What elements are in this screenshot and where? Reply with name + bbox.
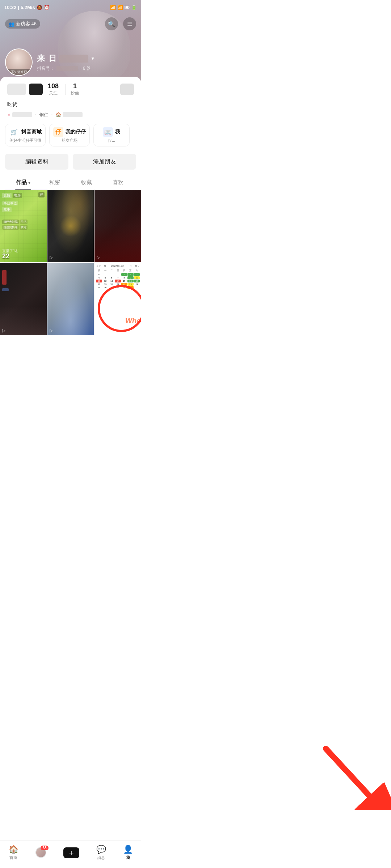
following-stat[interactable]: 108 关注 (48, 82, 59, 96)
name-blur (59, 55, 88, 63)
menu-button[interactable]: ☰ (123, 17, 136, 30)
tab-works[interactable]: 作品 ▾ (7, 175, 39, 190)
gender-icon: ♀ (7, 112, 11, 118)
stat-divider (65, 84, 66, 95)
tabs-row: 作品 ▾ 私密 收藏 喜欢 (5, 175, 136, 190)
friends-icon: 仔 (53, 127, 63, 137)
tag-work: 事业单位 (2, 201, 18, 205)
location-label: 铜仁 (39, 112, 48, 118)
status-bar: 10:22 | 5.2M/s 🔕 ⏰ 📶 📶 90 🔋 (0, 0, 141, 14)
signal-icon: 📶 (110, 5, 116, 10)
tab-dropdown-icon: ▾ (28, 180, 30, 185)
feature-shop-icon-row: 🛒 抖音商城 (9, 127, 42, 137)
alarm-icon: ⏰ (44, 5, 50, 10)
grid-num-1: 22 (2, 252, 9, 260)
hamburger-icon: ☰ (127, 21, 132, 27)
tag-blur (12, 112, 32, 117)
followers-stat[interactable]: 1 粉丝 (71, 82, 79, 96)
avatar[interactable]: 不知道来日 (5, 48, 33, 76)
feature-friends[interactable]: 仔 我的仔仔 朋友广场 (49, 124, 90, 146)
shop-title: 抖音商城 (21, 129, 42, 135)
cal-title: 2022年12月 (111, 264, 125, 268)
more-desc: 仅... (108, 138, 115, 143)
school-icon: 🏠 (56, 112, 61, 117)
calendar-header: ＜上一月 2022年12月 下一月＞ (96, 264, 140, 268)
no-disturb-icon: 🔕 (37, 5, 42, 10)
calendar-grid: 日 一 二 三 四 五 六 27 1 2 3 4 5 6 7 8 9 10 (96, 269, 140, 289)
status-right: 📶 📶 90 🔋 (110, 5, 137, 10)
tab-likes[interactable]: 喜欢 (102, 175, 134, 190)
profile-subtitle: 抖音号： · 6 器 (37, 65, 96, 72)
add-friend-button[interactable]: 添加朋友 (73, 154, 136, 170)
id-blur (56, 66, 78, 71)
tags-row: ♀ · 铜仁 · 🏠 (5, 110, 136, 121)
video-grid: 爱情 电影 事业单位 故事 日经典影视 图书 自然的情绪 萌宠 22 仔 直播了… (0, 190, 141, 335)
feature-more-icon-row: 📖 我 (103, 127, 120, 137)
search-button[interactable]: 🔍 (105, 17, 118, 30)
search-icon: 🔍 (108, 21, 115, 27)
grid-item-1[interactable]: 爱情 电影 事业单位 故事 日经典影视 图书 自然的情绪 萌宠 22 仔 直播了… (0, 190, 47, 262)
gender-tag: ♀ (7, 112, 32, 118)
stats-row: 108 关注 1 粉丝 (5, 77, 136, 100)
feature-shop[interactable]: 🛒 抖音商城 美好生活触手可得 (5, 124, 46, 146)
grid-badge-1: 仔 (38, 192, 45, 197)
time: 10:22 (4, 5, 16, 10)
red-accent (2, 270, 7, 285)
tab-private[interactable]: 私密 (39, 175, 71, 190)
tag-emotion: 自然的情绪 (2, 225, 19, 230)
play-icon-3: ▷ (97, 255, 100, 260)
grid-item-3[interactable]: ▷ (94, 190, 141, 262)
grid-item-2[interactable]: ▷ (47, 190, 94, 262)
top-nav: 👥 新访客 46 🔍 ☰ (0, 14, 141, 33)
dot-separator: · (35, 111, 37, 118)
grid-item-6[interactable]: ＜上一月 2022年12月 下一月＞ 日 一 二 三 四 五 六 27 1 2 … (94, 263, 141, 335)
profile-name-area: 来 日 ▼ 抖音号： · 6 器 (37, 53, 96, 72)
visitor-badge[interactable]: 👥 新访客 46 (5, 19, 40, 29)
tag-book: 图书 (20, 220, 28, 224)
cal-next: 下一月＞ (130, 264, 140, 268)
visitor-label: 新访客 46 (16, 21, 37, 27)
blue-accent (2, 288, 9, 291)
visitor-icon: 👥 (9, 21, 14, 27)
tab-favorites[interactable]: 收藏 (71, 175, 102, 190)
tag-story: 故事 (2, 207, 12, 212)
white-card: 108 关注 1 粉丝 吃货 ♀ · 铜仁 · 🏠 🛒 抖音商 (0, 77, 141, 190)
shop-desc: 美好生活触手可得 (9, 138, 41, 143)
status-left: 10:22 | 5.2M/s 🔕 ⏰ (4, 5, 50, 10)
grid-item-5[interactable]: ▷ (47, 263, 94, 335)
friends-desc: 朋友广场 (62, 138, 77, 143)
more-title: 我 (115, 129, 120, 135)
dark-overlay-3 (94, 190, 141, 262)
cloud-overlay (47, 263, 94, 335)
firework-effect (47, 190, 94, 262)
feature-row: 🛒 抖音商城 美好生活触手可得 仔 我的仔仔 朋友广场 📖 我 仅... (5, 121, 136, 150)
avatar-label: 不知道来日 (6, 69, 32, 75)
stat-box-dark (29, 84, 43, 95)
play-icon-4: ▷ (2, 328, 5, 333)
play-icon-5: ▷ (50, 328, 53, 333)
school-tag: 🏠 (56, 112, 83, 117)
battery-icon: 🔋 (131, 5, 137, 10)
friends-title: 我的仔仔 (66, 129, 86, 135)
tag-love: 爱情 (2, 193, 12, 198)
wifi-icon: 📶 (117, 5, 123, 10)
edit-profile-button[interactable]: 编辑资料 (5, 154, 68, 170)
school-blur (63, 112, 83, 117)
following-count: 108 (48, 82, 59, 90)
following-label: 关注 (49, 90, 58, 96)
stat-blur-left (7, 84, 26, 95)
profile-cover-info: 不知道来日 来 日 ▼ 抖音号： · 6 器 (5, 48, 96, 76)
feature-more[interactable]: 📖 我 仅... (93, 124, 130, 146)
dropdown-arrow-icon[interactable]: ▼ (91, 56, 96, 61)
grid-item-4[interactable]: ▷ (0, 263, 47, 335)
followers-label: 粉丝 (71, 90, 79, 96)
tag-pet: 萌宠 (20, 225, 28, 230)
stat-blur-right (120, 84, 134, 95)
bio: 吃货 (5, 100, 136, 110)
more-icon: 📖 (103, 127, 113, 137)
street-overlay (0, 306, 47, 335)
tag-film: 日经典影视 (2, 220, 19, 224)
network-speed-value: 5.2M/s (21, 5, 35, 10)
location-tag: 铜仁 (39, 112, 48, 118)
whe-text: Whe (125, 317, 140, 324)
